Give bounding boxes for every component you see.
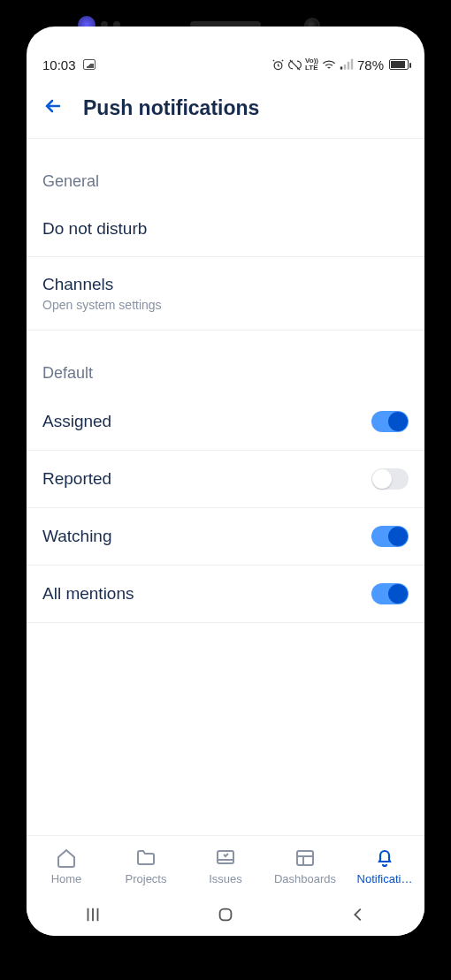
arrow-left-icon bbox=[42, 95, 64, 117]
row-label: Watching bbox=[42, 527, 112, 546]
svg-rect-1 bbox=[340, 66, 342, 69]
nav-issues[interactable]: Issues bbox=[186, 836, 265, 897]
row-assigned[interactable]: Assigned bbox=[27, 393, 424, 451]
home-outline-icon bbox=[216, 905, 235, 924]
row-channels[interactable]: Channels Open system settings bbox=[27, 257, 424, 330]
status-indicators: Vo))LTE 78% bbox=[271, 57, 409, 72]
row-watching[interactable]: Watching bbox=[27, 508, 424, 566]
tray-icon bbox=[215, 847, 236, 869]
row-label: Reported bbox=[42, 469, 111, 489]
alarm-icon bbox=[271, 58, 285, 72]
page-title: Push notifications bbox=[83, 96, 259, 120]
android-home-button[interactable] bbox=[216, 905, 235, 928]
row-do-not-disturb[interactable]: Do not disturb bbox=[27, 201, 424, 257]
row-all-mentions[interactable]: All mentions bbox=[27, 566, 424, 623]
bell-icon bbox=[374, 847, 395, 869]
nav-label: Home bbox=[51, 872, 82, 885]
recents-icon bbox=[83, 905, 103, 924]
battery-percentage: 78% bbox=[357, 57, 384, 72]
svg-rect-3 bbox=[348, 62, 349, 70]
folder-icon bbox=[135, 847, 157, 869]
wifi-icon bbox=[322, 58, 336, 71]
image-indicator-icon bbox=[83, 59, 96, 70]
row-label: Do not disturb bbox=[42, 219, 147, 239]
app-header: Push notifications bbox=[27, 80, 424, 139]
android-system-nav bbox=[27, 897, 424, 936]
section-title-general: General bbox=[27, 139, 424, 201]
nav-dashboards[interactable]: Dashboards bbox=[265, 836, 345, 897]
android-recents-button[interactable] bbox=[83, 905, 103, 928]
settings-content: General Do not disturb Channels Open sys… bbox=[27, 139, 424, 835]
section-title-default: Default bbox=[27, 330, 424, 393]
row-sublabel: Open system settings bbox=[42, 298, 162, 312]
toggle-assigned[interactable] bbox=[371, 411, 409, 432]
svg-rect-4 bbox=[351, 59, 353, 70]
android-back-button[interactable] bbox=[348, 905, 368, 928]
nav-label: Issues bbox=[209, 872, 242, 885]
signal-icon bbox=[340, 58, 354, 71]
chevron-left-icon bbox=[348, 905, 368, 924]
status-bar: 10:03 Vo))LTE 78% bbox=[27, 49, 424, 80]
row-label: All mentions bbox=[42, 584, 134, 604]
nav-home[interactable]: Home bbox=[27, 836, 106, 897]
battery-icon bbox=[389, 59, 409, 70]
nav-label: Projects bbox=[126, 872, 167, 885]
row-reported[interactable]: Reported bbox=[27, 451, 424, 508]
nav-projects[interactable]: Projects bbox=[106, 836, 186, 897]
svg-rect-7 bbox=[220, 909, 232, 921]
dashboard-icon bbox=[294, 847, 316, 869]
toggle-reported[interactable] bbox=[371, 468, 409, 490]
volte-icon: Vo))LTE bbox=[305, 57, 318, 72]
nav-notifications[interactable]: Notificati… bbox=[345, 836, 424, 897]
svg-rect-2 bbox=[344, 65, 346, 70]
home-icon bbox=[56, 847, 77, 869]
toggle-watching[interactable] bbox=[371, 526, 409, 547]
svg-rect-6 bbox=[297, 851, 313, 865]
back-button[interactable] bbox=[42, 95, 64, 120]
vibrate-icon bbox=[288, 58, 302, 72]
status-time: 10:03 bbox=[42, 57, 76, 72]
nav-label: Dashboards bbox=[274, 872, 336, 885]
nav-label: Notificati… bbox=[357, 872, 413, 885]
toggle-all-mentions[interactable] bbox=[371, 583, 409, 604]
bottom-nav: Home Projects Issues Dashboards Notifica… bbox=[27, 835, 424, 897]
row-label: Assigned bbox=[42, 412, 111, 431]
row-label: Channels bbox=[42, 275, 162, 294]
